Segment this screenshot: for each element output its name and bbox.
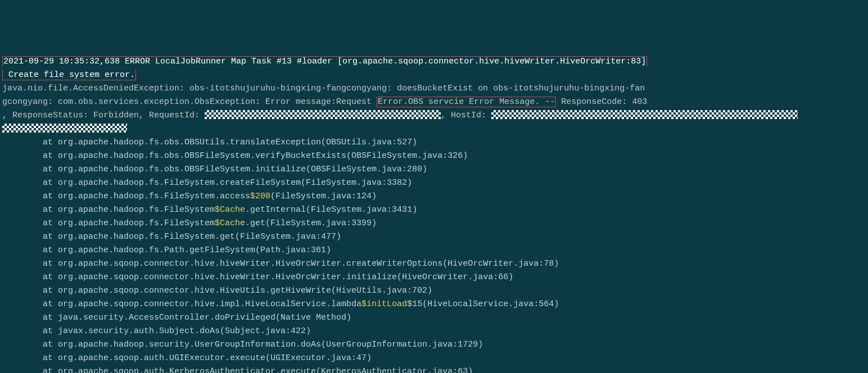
redacted-hostid-1 xyxy=(491,110,798,119)
stack-frame: at org.apache.hadoop.fs.FileSystem.creat… xyxy=(2,176,866,190)
stack-frame: at org.apache.hadoop.fs.obs.OBSUtils.tra… xyxy=(2,136,866,149)
stack-frame: at java.security.AccessController.doPriv… xyxy=(2,311,866,325)
stack-frame: at org.apache.sqoop.connector.hive.hiveW… xyxy=(2,271,866,284)
stack-trace: at org.apache.hadoop.fs.obs.OBSUtils.tra… xyxy=(2,136,866,373)
exception-line-2c: ResponseCode: 403 xyxy=(556,97,647,107)
redacted-hostid-2 xyxy=(2,124,127,133)
stack-frame: at javax.security.auth.Subject.doAs(Subj… xyxy=(2,325,866,338)
stack-frame: at org.apache.hadoop.fs.FileSystem.acces… xyxy=(2,190,866,203)
stack-frame: at org.apache.sqoop.auth.UGIExecutor.exe… xyxy=(2,352,866,365)
stack-frame: at org.apache.hadoop.fs.obs.OBSFileSyste… xyxy=(2,163,866,176)
error-header-line1: 2021-09-29 10:35:32,638 ERROR LocalJobRu… xyxy=(2,56,647,66)
stack-frame: at org.apache.hadoop.fs.FileSystem$Cache… xyxy=(2,217,866,230)
log-output[interactable]: 2021-09-29 10:35:32,638 ERROR LocalJobRu… xyxy=(2,55,866,373)
stack-frame: at org.apache.hadoop.fs.Path.getFileSyst… xyxy=(2,244,866,257)
stack-frame: at org.apache.hadoop.fs.obs.OBSFileSyste… xyxy=(2,149,866,163)
stack-frame: at org.apache.hadoop.security.UserGroupI… xyxy=(2,338,866,352)
exception-line-3a: , ResponseStatus: Forbidden, RequestId: xyxy=(2,111,205,120)
stack-frame: at org.apache.hadoop.fs.FileSystem.get(F… xyxy=(2,230,866,244)
exception-line-1: java.nio.file.AccessDeniedException: obs… xyxy=(2,84,645,93)
stack-frame: at org.apache.sqoop.connector.hive.hiveW… xyxy=(2,257,866,271)
error-header-line2: Create file system error. xyxy=(2,70,136,80)
stack-frame: at org.apache.sqoop.connector.hive.impl.… xyxy=(2,298,866,311)
stack-frame: at org.apache.sqoop.auth.KerberosAuthent… xyxy=(2,365,866,373)
exception-line-3b: , HostId: xyxy=(441,111,491,120)
redacted-requestid xyxy=(205,110,441,119)
stack-frame: at org.apache.sqoop.connector.hive.HiveU… xyxy=(2,284,866,298)
stack-frame: at org.apache.hadoop.fs.FileSystem$Cache… xyxy=(2,203,866,217)
obs-error-box: Error.OBS servcie Error Message. -- xyxy=(377,97,556,107)
exception-line-2a: gcongyang: com.obs.services.exception.Ob… xyxy=(2,97,377,107)
